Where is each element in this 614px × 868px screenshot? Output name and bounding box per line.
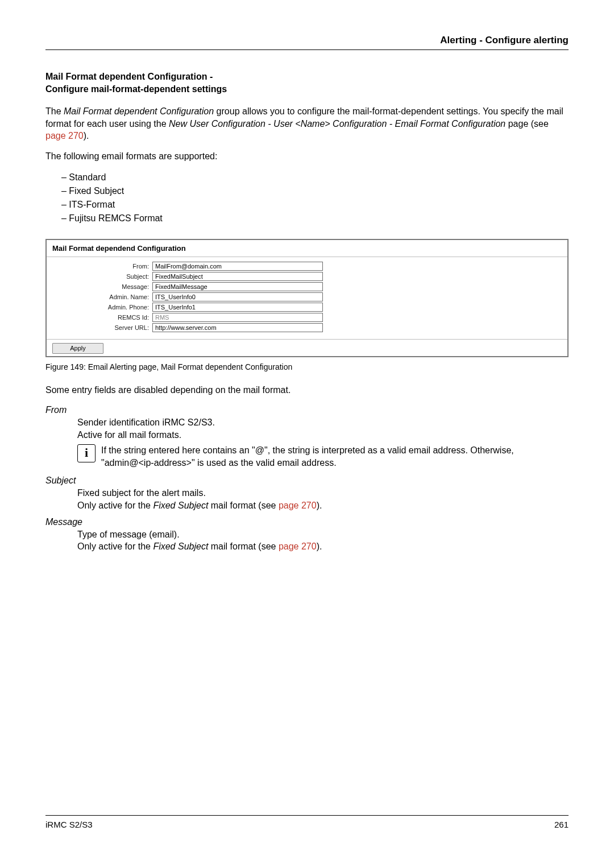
form-row-server-url: Server URL: — [52, 323, 562, 332]
info-text: If the string entered here contains an "… — [101, 444, 569, 469]
message-label: Message: — [52, 283, 152, 291]
def-message-line2-italic: Fixed Subject — [153, 542, 208, 551]
intro-italic-3: User <Name> Configuration — [273, 119, 387, 129]
intro-italic-1: Mail Format dependent Configuration — [64, 106, 214, 116]
def-message-term: Message — [45, 516, 569, 528]
page-header: Alerting - Configure alerting — [45, 34, 569, 50]
section-title-line2: Configure mail-format-dependent settings — [45, 84, 227, 94]
list-item: Fixed Subject — [61, 184, 569, 198]
def-message-body: Type of message (email). Only active for… — [77, 528, 569, 553]
def-subject-line2-pre: Only active for the — [77, 501, 153, 510]
list-item: Standard — [61, 171, 569, 184]
figure-panel-title: Mail Format dependend Configuration — [47, 240, 567, 258]
admin-phone-label: Admin. Phone: — [52, 303, 152, 312]
def-message-line2-mid: mail format (see — [208, 542, 279, 551]
after-figure-text: Some entry fields are disabled depending… — [45, 384, 569, 396]
def-from-term: From — [45, 404, 569, 416]
intro-italic-2: New User Configuration — [169, 119, 265, 129]
message-input[interactable] — [152, 282, 323, 291]
intro-link-page270[interactable]: page 270 — [45, 131, 84, 140]
list-item: ITS-Format — [61, 198, 569, 212]
subject-label: Subject: — [52, 272, 152, 281]
form-row-admin-name: Admin. Name: — [52, 292, 562, 301]
def-subject-term: Subject — [45, 474, 569, 487]
section-heading: Mail Format dependent Configuration - Co… — [45, 71, 569, 95]
intro-sep-1: - — [265, 119, 273, 129]
footer-page-number: 261 — [554, 819, 569, 830]
figure-form: From: Subject: Message: Admin. Name: Adm… — [47, 257, 567, 339]
def-subject-line2-mid: mail format (see — [208, 501, 279, 510]
def-message-line2-post: ). — [317, 542, 322, 551]
form-row-message: Message: — [52, 282, 562, 291]
formats-list: Standard Fixed Subject ITS-Format Fujits… — [45, 171, 569, 225]
admin-name-label: Admin. Name: — [52, 293, 152, 301]
page-footer: iRMC S2/S3 261 — [45, 815, 569, 830]
form-row-subject: Subject: — [52, 272, 562, 281]
figure-caption: Figure 149: Email Alerting page, Mail Fo… — [45, 362, 569, 373]
list-item: Fujitsu REMCS Format — [61, 212, 569, 225]
footer-left: iRMC S2/S3 — [45, 819, 93, 830]
subject-input[interactable] — [152, 272, 323, 281]
server-url-input[interactable] — [152, 323, 323, 332]
server-url-label: Server URL: — [52, 324, 152, 332]
intro-paragraph: The Mail Format dependent Configuration … — [45, 105, 569, 142]
remcs-id-input — [152, 313, 323, 322]
apply-button[interactable]: Apply — [52, 343, 103, 354]
intro-text-3: page (see — [505, 119, 549, 129]
remcs-id-label: REMCS Id: — [52, 313, 152, 322]
header-title: Alerting - Configure alerting — [45, 34, 569, 47]
def-from-body: Sender identification iRMC S2/S3. Active… — [77, 416, 569, 441]
info-note-from: i If the string entered here contains an… — [77, 444, 569, 469]
form-row-from: From: — [52, 262, 562, 271]
def-subject-line2-post: ). — [317, 501, 322, 510]
def-subject-line2-italic: Fixed Subject — [153, 501, 208, 510]
admin-phone-input[interactable] — [152, 303, 323, 312]
intro-text: The — [45, 106, 64, 116]
info-icon: i — [77, 444, 96, 462]
supported-line: The following email formats are supporte… — [45, 150, 569, 163]
def-subject-link-page270[interactable]: page 270 — [279, 501, 317, 510]
def-message-link-page270[interactable]: page 270 — [279, 542, 317, 551]
admin-name-input[interactable] — [152, 292, 323, 301]
section-title-line1: Mail Format dependent Configuration - — [45, 72, 213, 81]
form-row-remcs-id: REMCS Id: — [52, 313, 562, 322]
form-row-admin-phone: Admin. Phone: — [52, 303, 562, 312]
from-label: From: — [52, 262, 152, 271]
def-subject-body: Fixed subject for the alert mails. Only … — [77, 487, 569, 511]
from-input[interactable] — [152, 262, 323, 271]
def-message-line2-pre: Only active for the — [77, 542, 153, 551]
def-from-line2: Active for all mail formats. — [77, 430, 181, 440]
figure-panel: Mail Format dependend Configuration From… — [45, 239, 569, 357]
intro-italic-4: Email Format Configuration — [395, 119, 506, 129]
intro-sep-2: - — [387, 119, 395, 129]
def-message-line1: Type of message (email). — [77, 530, 180, 539]
def-from-line1: Sender identification iRMC S2/S3. — [77, 418, 215, 427]
def-subject-line1: Fixed subject for the alert mails. — [77, 488, 206, 498]
apply-row: Apply — [47, 339, 567, 356]
intro-text-4: ). — [84, 131, 89, 140]
